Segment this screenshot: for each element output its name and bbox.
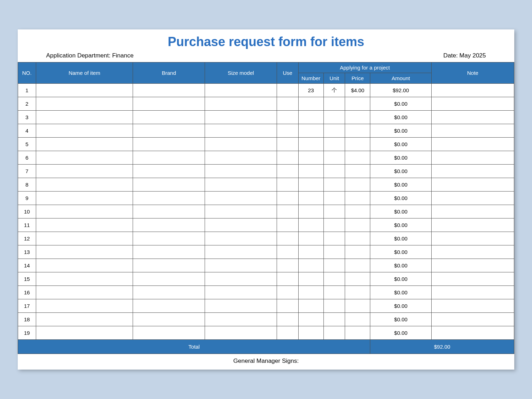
cell-brand[interactable] xyxy=(133,218,205,232)
cell-price[interactable] xyxy=(345,232,370,245)
cell-no[interactable]: 2 xyxy=(18,97,36,111)
cell-brand[interactable] xyxy=(133,192,205,205)
cell-size[interactable] xyxy=(205,313,277,326)
cell-name[interactable] xyxy=(36,178,133,192)
cell-note[interactable] xyxy=(431,272,514,286)
cell-use[interactable] xyxy=(277,299,298,313)
cell-use[interactable] xyxy=(277,97,298,111)
cell-price[interactable] xyxy=(345,178,370,192)
cell-no[interactable]: 15 xyxy=(18,272,36,286)
cell-number[interactable] xyxy=(298,326,323,340)
cell-brand[interactable] xyxy=(133,313,205,326)
cell-use[interactable] xyxy=(277,192,298,205)
cell-note[interactable] xyxy=(431,259,514,272)
cell-unit[interactable] xyxy=(323,313,345,326)
cell-name[interactable] xyxy=(36,272,133,286)
cell-unit[interactable] xyxy=(323,97,345,111)
cell-size[interactable] xyxy=(205,205,277,218)
cell-number[interactable]: 23 xyxy=(298,84,323,97)
cell-amount[interactable]: $0.00 xyxy=(370,138,431,151)
cell-no[interactable]: 1 xyxy=(18,84,36,97)
cell-size[interactable] xyxy=(205,218,277,232)
cell-no[interactable]: 19 xyxy=(18,326,36,340)
cell-no[interactable]: 18 xyxy=(18,313,36,326)
cell-number[interactable] xyxy=(298,299,323,313)
cell-no[interactable]: 7 xyxy=(18,165,36,178)
cell-no[interactable]: 9 xyxy=(18,192,36,205)
cell-price[interactable] xyxy=(345,192,370,205)
cell-unit[interactable] xyxy=(323,165,345,178)
cell-size[interactable] xyxy=(205,151,277,165)
cell-name[interactable] xyxy=(36,165,133,178)
cell-amount[interactable]: $0.00 xyxy=(370,178,431,192)
cell-use[interactable] xyxy=(277,286,298,299)
cell-amount[interactable]: $0.00 xyxy=(370,272,431,286)
cell-note[interactable] xyxy=(431,313,514,326)
cell-name[interactable] xyxy=(36,326,133,340)
cell-name[interactable] xyxy=(36,218,133,232)
cell-name[interactable] xyxy=(36,286,133,299)
cell-brand[interactable] xyxy=(133,272,205,286)
cell-amount[interactable]: $0.00 xyxy=(370,192,431,205)
cell-note[interactable] xyxy=(431,97,514,111)
cell-size[interactable] xyxy=(205,272,277,286)
cell-name[interactable] xyxy=(36,124,133,138)
cell-price[interactable] xyxy=(345,326,370,340)
cell-no[interactable]: 17 xyxy=(18,299,36,313)
cell-use[interactable] xyxy=(277,313,298,326)
cell-amount[interactable]: $92.00 xyxy=(370,84,431,97)
cell-unit[interactable] xyxy=(323,192,345,205)
cell-note[interactable] xyxy=(431,299,514,313)
cell-size[interactable] xyxy=(205,326,277,340)
cell-number[interactable] xyxy=(298,138,323,151)
cell-price[interactable] xyxy=(345,151,370,165)
cell-note[interactable] xyxy=(431,124,514,138)
cell-unit[interactable] xyxy=(323,299,345,313)
cell-unit[interactable] xyxy=(323,326,345,340)
cell-note[interactable] xyxy=(431,138,514,151)
cell-price[interactable] xyxy=(345,245,370,259)
cell-price[interactable] xyxy=(345,124,370,138)
cell-brand[interactable] xyxy=(133,205,205,218)
cell-no[interactable]: 10 xyxy=(18,205,36,218)
cell-no[interactable]: 3 xyxy=(18,111,36,124)
cell-number[interactable] xyxy=(298,232,323,245)
cell-note[interactable] xyxy=(431,178,514,192)
cell-unit[interactable] xyxy=(323,124,345,138)
cell-use[interactable] xyxy=(277,138,298,151)
cell-size[interactable] xyxy=(205,124,277,138)
cell-number[interactable] xyxy=(298,97,323,111)
cell-amount[interactable]: $0.00 xyxy=(370,97,431,111)
cell-name[interactable] xyxy=(36,232,133,245)
cell-size[interactable] xyxy=(205,111,277,124)
cell-unit[interactable] xyxy=(323,286,345,299)
cell-brand[interactable] xyxy=(133,151,205,165)
cell-unit[interactable] xyxy=(323,138,345,151)
cell-number[interactable] xyxy=(298,205,323,218)
cell-no[interactable]: 16 xyxy=(18,286,36,299)
cell-size[interactable] xyxy=(205,138,277,151)
cell-unit[interactable] xyxy=(323,151,345,165)
cell-no[interactable]: 5 xyxy=(18,138,36,151)
cell-brand[interactable] xyxy=(133,111,205,124)
cell-use[interactable] xyxy=(277,326,298,340)
cell-price[interactable] xyxy=(345,259,370,272)
cell-unit[interactable] xyxy=(323,111,345,124)
cell-amount[interactable]: $0.00 xyxy=(370,124,431,138)
cell-name[interactable] xyxy=(36,192,133,205)
cell-no[interactable]: 12 xyxy=(18,232,36,245)
cell-brand[interactable] xyxy=(133,245,205,259)
cell-size[interactable] xyxy=(205,97,277,111)
cell-note[interactable] xyxy=(431,232,514,245)
cell-price[interactable] xyxy=(345,299,370,313)
cell-note[interactable] xyxy=(431,151,514,165)
cell-price[interactable] xyxy=(345,111,370,124)
cell-use[interactable] xyxy=(277,84,298,97)
cell-price[interactable] xyxy=(345,205,370,218)
cell-size[interactable] xyxy=(205,178,277,192)
cell-note[interactable] xyxy=(431,245,514,259)
cell-note[interactable] xyxy=(431,218,514,232)
cell-price[interactable] xyxy=(345,286,370,299)
cell-size[interactable] xyxy=(205,232,277,245)
cell-unit[interactable] xyxy=(323,245,345,259)
